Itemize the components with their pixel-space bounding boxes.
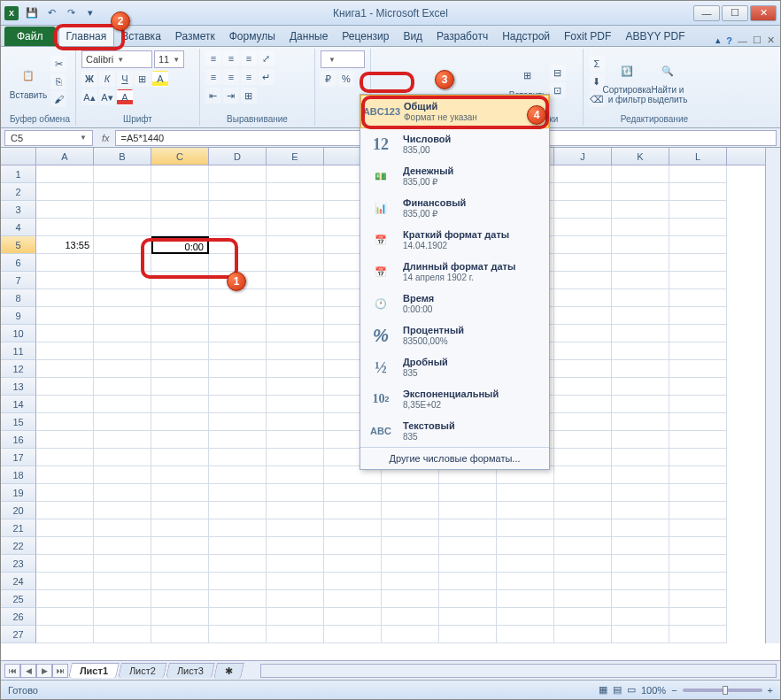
mdi-close-icon[interactable]: ✕ xyxy=(767,35,775,46)
cell[interactable] xyxy=(94,396,151,413)
cell[interactable] xyxy=(36,272,94,289)
align-bottom-icon[interactable]: ≡ xyxy=(241,50,257,66)
cell[interactable] xyxy=(209,484,267,502)
cell[interactable] xyxy=(209,519,267,537)
cell[interactable] xyxy=(669,236,727,254)
cell[interactable] xyxy=(669,254,727,272)
cell[interactable] xyxy=(382,573,439,590)
cell[interactable] xyxy=(94,519,151,537)
cell[interactable] xyxy=(209,236,267,254)
cell[interactable] xyxy=(94,342,151,360)
cell[interactable] xyxy=(94,201,151,219)
cell[interactable] xyxy=(36,254,94,272)
cell[interactable] xyxy=(669,165,727,183)
cell[interactable] xyxy=(151,183,209,201)
cell[interactable] xyxy=(497,502,554,519)
tab-foxit[interactable]: Foxit PDF xyxy=(557,27,618,46)
cell[interactable] xyxy=(151,608,209,626)
cell[interactable] xyxy=(382,555,439,573)
cell[interactable] xyxy=(554,431,612,449)
merge-button[interactable]: ⊞ xyxy=(241,88,257,104)
cell[interactable] xyxy=(151,626,209,643)
cell[interactable] xyxy=(612,378,669,396)
zoom-slider[interactable] xyxy=(683,688,762,692)
cut-icon[interactable]: ✂ xyxy=(50,56,66,72)
cell[interactable] xyxy=(94,360,151,378)
cell[interactable] xyxy=(669,449,727,466)
cell[interactable] xyxy=(554,289,612,307)
cell[interactable] xyxy=(267,378,324,396)
cell[interactable] xyxy=(36,466,94,484)
cell[interactable] xyxy=(151,307,209,325)
row-header[interactable]: 22 xyxy=(1,537,36,555)
sheet-nav-prev[interactable]: ◀ xyxy=(20,664,36,678)
cell[interactable] xyxy=(612,219,669,236)
cell[interactable] xyxy=(94,555,151,573)
cell[interactable] xyxy=(36,413,94,431)
cell[interactable] xyxy=(497,555,554,573)
cell[interactable] xyxy=(209,449,267,466)
row-header[interactable]: 10 xyxy=(1,325,36,342)
row-header[interactable]: 20 xyxy=(1,502,36,519)
col-header[interactable]: L xyxy=(669,148,727,165)
cell[interactable] xyxy=(151,289,209,307)
cell[interactable] xyxy=(94,378,151,396)
cell[interactable] xyxy=(209,307,267,325)
tab-home[interactable]: Главная xyxy=(58,26,115,46)
cell[interactable] xyxy=(151,466,209,484)
cell[interactable] xyxy=(554,165,612,183)
cell[interactable] xyxy=(554,219,612,236)
cell[interactable] xyxy=(36,183,94,201)
redo-icon[interactable]: ↷ xyxy=(63,5,79,21)
sheet-tab[interactable]: Лист1 xyxy=(68,663,120,678)
cell[interactable] xyxy=(209,590,267,608)
cell[interactable] xyxy=(554,502,612,519)
cell[interactable] xyxy=(267,360,324,378)
cell[interactable] xyxy=(209,201,267,219)
cell[interactable] xyxy=(612,396,669,413)
cell[interactable] xyxy=(94,254,151,272)
cell[interactable] xyxy=(209,342,267,360)
cell[interactable] xyxy=(324,590,382,608)
cell[interactable] xyxy=(209,431,267,449)
row-header[interactable]: 23 xyxy=(1,555,36,573)
row-header[interactable]: 11 xyxy=(1,342,36,360)
cell[interactable] xyxy=(94,289,151,307)
row-header[interactable]: 13 xyxy=(1,378,36,396)
cell[interactable] xyxy=(612,519,669,537)
cell[interactable] xyxy=(497,573,554,590)
mdi-min-icon[interactable]: — xyxy=(738,35,747,46)
cell[interactable] xyxy=(267,325,324,342)
sort-filter-button[interactable]: 🔃 Сортировка и фильтр xyxy=(608,50,646,112)
cell[interactable] xyxy=(36,626,94,643)
save-icon[interactable]: 💾 xyxy=(24,5,40,21)
cell[interactable] xyxy=(554,413,612,431)
zoom-out-icon[interactable]: − xyxy=(671,685,677,696)
delete-cells-icon[interactable]: ⊟ xyxy=(550,65,566,81)
cell[interactable] xyxy=(209,537,267,555)
align-left-icon[interactable]: ≡ xyxy=(205,69,221,85)
cell[interactable] xyxy=(554,396,612,413)
fill-color-button[interactable]: A xyxy=(152,71,168,87)
cell[interactable] xyxy=(209,555,267,573)
row-header[interactable]: 21 xyxy=(1,519,36,537)
cell[interactable] xyxy=(151,413,209,431)
cell[interactable] xyxy=(382,608,439,626)
cell[interactable] xyxy=(151,431,209,449)
cell[interactable] xyxy=(669,396,727,413)
cell[interactable] xyxy=(612,466,669,484)
cell[interactable] xyxy=(669,360,727,378)
cell[interactable] xyxy=(94,165,151,183)
cell[interactable] xyxy=(554,519,612,537)
cell[interactable] xyxy=(151,201,209,219)
cell[interactable] xyxy=(36,289,94,307)
cell[interactable] xyxy=(382,590,439,608)
cell[interactable] xyxy=(94,307,151,325)
cell[interactable] xyxy=(669,201,727,219)
cell[interactable] xyxy=(36,431,94,449)
cell[interactable] xyxy=(669,502,727,519)
cell[interactable] xyxy=(36,219,94,236)
cell[interactable] xyxy=(497,519,554,537)
cell[interactable] xyxy=(267,165,324,183)
cell[interactable] xyxy=(94,573,151,590)
